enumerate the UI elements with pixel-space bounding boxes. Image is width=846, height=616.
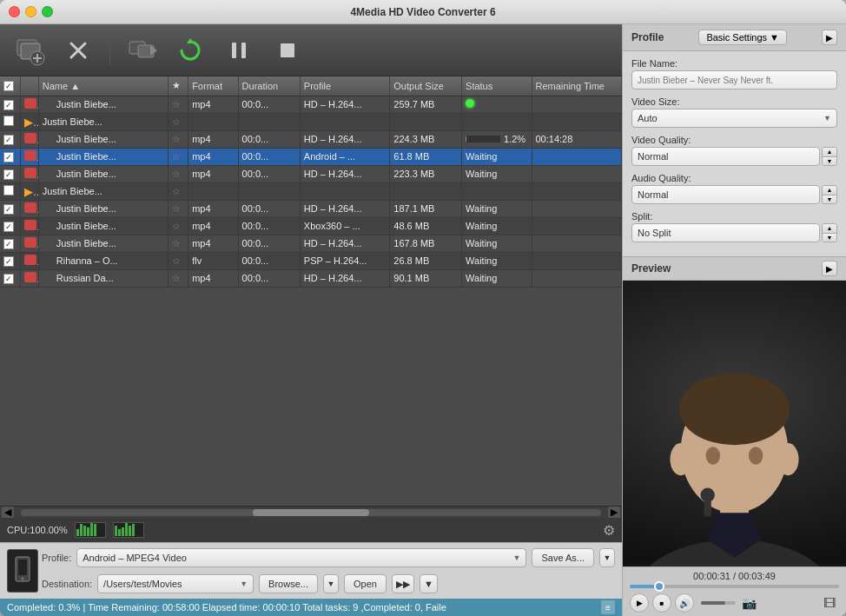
refresh-button[interactable] bbox=[169, 30, 211, 71]
table-row[interactable]: Justin Biebe...☆mp400:0...Xbox360 – ...4… bbox=[0, 217, 622, 235]
row-checkbox[interactable] bbox=[3, 222, 14, 232]
table-row[interactable]: Russian Da...☆mp400:0...HD – H.264...90.… bbox=[0, 269, 622, 287]
row-star[interactable]: ☆ bbox=[169, 113, 188, 130]
row-star[interactable]: ☆ bbox=[169, 235, 188, 252]
video-capture-button[interactable]: 🎞 bbox=[820, 593, 839, 613]
row-checkbox[interactable] bbox=[3, 152, 14, 162]
video-quality-select[interactable]: Normal bbox=[631, 147, 820, 166]
row-checkbox[interactable] bbox=[3, 204, 14, 215]
row-checkbox[interactable] bbox=[3, 100, 14, 110]
row-status: Waiting bbox=[462, 252, 532, 269]
maximize-button[interactable] bbox=[42, 6, 53, 17]
browse-dropdown[interactable]: ▼ bbox=[323, 574, 339, 593]
split-down[interactable]: ▼ bbox=[823, 234, 836, 242]
play-button[interactable]: ▶ bbox=[630, 593, 649, 613]
expand-button[interactable]: ▶ bbox=[822, 30, 837, 45]
split-stepper[interactable]: ▲ ▼ bbox=[822, 223, 837, 242]
table-row[interactable]: Rihanna – O...☆flv00:0...PSP – H.264...2… bbox=[0, 252, 622, 269]
pause-button[interactable] bbox=[218, 30, 260, 71]
col-format[interactable]: Format bbox=[188, 76, 238, 96]
destination-combo[interactable]: /Users/test/Movies ▼ bbox=[97, 574, 254, 593]
table-row[interactable]: ▶ 📁Justin Biebe...☆ bbox=[0, 182, 622, 200]
save-as-button[interactable]: Save As... bbox=[532, 548, 594, 567]
col-status[interactable]: Status bbox=[462, 76, 532, 96]
select-all-checkbox[interactable] bbox=[3, 81, 14, 91]
table-row[interactable]: Justin Biebe...☆mp400:0...HD – H.264...2… bbox=[0, 96, 622, 113]
volume-button[interactable]: 🔊 bbox=[675, 593, 694, 613]
audio-quality-stepper[interactable]: ▲ ▼ bbox=[822, 185, 837, 204]
video-size-select[interactable]: Auto ▼ bbox=[631, 109, 837, 128]
col-remaining[interactable]: Remaining Time bbox=[532, 76, 622, 96]
video-quality-stepper[interactable]: ▲ ▼ bbox=[822, 147, 837, 166]
preview-progress-thumb[interactable] bbox=[654, 581, 664, 592]
table-row[interactable]: Justin Biebe...☆mp400:0...HD – H.264...2… bbox=[0, 130, 622, 148]
volume-track[interactable] bbox=[701, 601, 736, 605]
col-profile[interactable]: Profile bbox=[300, 76, 389, 96]
row-duration bbox=[238, 113, 300, 130]
delete-button[interactable] bbox=[57, 30, 99, 71]
row-star[interactable]: ☆ bbox=[169, 96, 188, 113]
audio-quality-select[interactable]: Normal bbox=[631, 185, 820, 204]
profile-combo[interactable]: Android – MPEG4 Video ▼ bbox=[76, 548, 526, 567]
col-duration[interactable]: Duration bbox=[238, 76, 300, 96]
preview-expand-button[interactable]: ▶ bbox=[822, 261, 837, 276]
more-button[interactable]: ▼ bbox=[420, 574, 438, 593]
table-row[interactable]: Justin Biebe...☆mp400:0...HD – H.264...2… bbox=[0, 165, 622, 182]
table-row[interactable]: Justin Biebe...☆mp400:0...Android – ...6… bbox=[0, 148, 622, 165]
row-checkbox[interactable] bbox=[3, 185, 14, 195]
row-checkbox[interactable] bbox=[3, 135, 14, 145]
basic-settings-button[interactable]: Basic Settings ▼ bbox=[698, 30, 787, 45]
row-star[interactable]: ☆ bbox=[169, 130, 188, 148]
row-checkbox[interactable] bbox=[3, 274, 14, 284]
audio-quality-up[interactable]: ▲ bbox=[823, 186, 836, 195]
row-output-size: 26.8 MB bbox=[390, 252, 462, 269]
row-checkbox[interactable] bbox=[3, 116, 14, 126]
scroll-left-btn[interactable]: ◀ bbox=[2, 507, 14, 519]
destination-label: Destination: bbox=[42, 579, 92, 589]
row-star[interactable]: ☆ bbox=[169, 269, 188, 287]
row-star[interactable]: ☆ bbox=[169, 217, 188, 235]
table-row[interactable]: ▶ 📁Justin Biebe...☆ bbox=[0, 113, 622, 130]
stop-button[interactable] bbox=[267, 30, 308, 71]
save-as-dropdown[interactable]: ▼ bbox=[599, 548, 615, 567]
col-output-size[interactable]: Output Size bbox=[390, 76, 462, 96]
settings-gear-button[interactable]: ⚙ bbox=[603, 522, 615, 539]
row-star[interactable]: ☆ bbox=[169, 200, 188, 217]
screenshot-button[interactable]: 📷 bbox=[739, 593, 758, 613]
minimize-button[interactable] bbox=[25, 6, 36, 17]
file-name-input[interactable]: Justin Bieber – Never Say Never ft. bbox=[631, 70, 837, 89]
horizontal-scrollbar[interactable]: ◀ ▶ bbox=[0, 506, 622, 518]
table-row[interactable]: Justin Biebe...☆mp400:0...HD – H.264...1… bbox=[0, 200, 622, 217]
row-star[interactable]: ☆ bbox=[169, 182, 188, 200]
row-remaining: 00:14:28 bbox=[532, 130, 622, 148]
row-checkbox[interactable] bbox=[3, 239, 14, 249]
video-quality-row: Video Quality: Normal ▲ ▼ bbox=[631, 135, 837, 166]
scroll-right-btn[interactable]: ▶ bbox=[608, 507, 620, 519]
col-name[interactable]: Name ▲ bbox=[38, 76, 168, 96]
stop-button[interactable]: ■ bbox=[652, 593, 671, 613]
row-star[interactable]: ☆ bbox=[169, 165, 188, 182]
row-output-size: 90.1 MB bbox=[390, 269, 462, 287]
scroll-thumb[interactable] bbox=[253, 509, 369, 516]
log-button[interactable]: ≡ bbox=[601, 600, 615, 614]
folder-action-button[interactable]: ▶▶ bbox=[392, 574, 414, 593]
split-up[interactable]: ▲ bbox=[823, 224, 836, 234]
row-star[interactable]: ☆ bbox=[169, 252, 188, 269]
table-row[interactable]: Justin Biebe...☆mp400:0...HD – H.264...1… bbox=[0, 235, 622, 252]
video-quality-down[interactable]: ▼ bbox=[823, 157, 836, 166]
convert-button[interactable] bbox=[121, 30, 162, 71]
browse-button[interactable]: Browse... bbox=[259, 574, 318, 593]
row-star[interactable]: ☆ bbox=[169, 148, 188, 165]
video-quality-up[interactable]: ▲ bbox=[823, 148, 836, 157]
profile-label: Profile: bbox=[42, 553, 71, 563]
file-list[interactable]: Name ▲ ★ Format Duration Profile Output … bbox=[0, 76, 622, 506]
split-select[interactable]: No Split bbox=[631, 223, 820, 242]
row-checkbox[interactable] bbox=[3, 169, 14, 180]
add-button[interactable] bbox=[9, 30, 50, 71]
audio-quality-down[interactable]: ▼ bbox=[823, 195, 836, 204]
preview-progress-track[interactable] bbox=[630, 585, 839, 588]
open-button[interactable]: Open bbox=[344, 574, 387, 593]
close-button[interactable] bbox=[9, 6, 20, 17]
row-checkbox[interactable] bbox=[3, 256, 14, 267]
row-format: mp4 bbox=[188, 200, 238, 217]
